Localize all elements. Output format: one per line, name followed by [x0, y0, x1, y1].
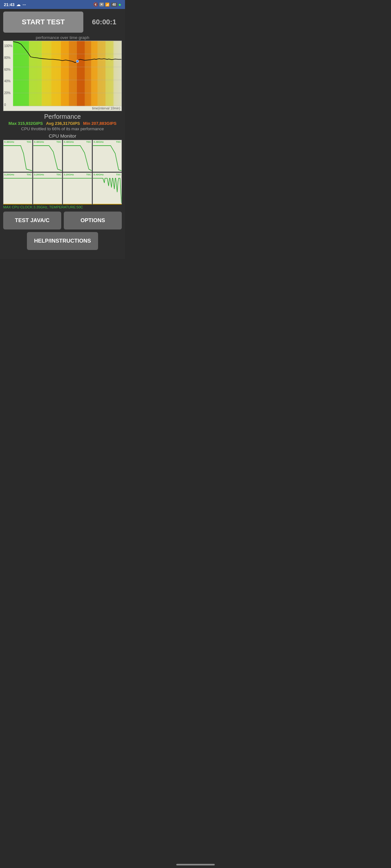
time-label: time(interval 10min)	[92, 106, 120, 110]
top-row: START TEST 60:00:1	[3, 11, 122, 33]
cpu-temp-8: T0C	[116, 173, 121, 176]
throttle-text: CPU throttled to 66% of its max performa…	[3, 126, 122, 131]
cpu-freq-3: 0.48GHz	[64, 141, 74, 144]
svg-rect-10	[91, 41, 98, 106]
svg-rect-12	[106, 41, 113, 106]
cpu-grid: 0.48GHz T0C 0.48GHz T0C 0.48GHz T0C 0.48…	[3, 140, 122, 205]
timer-display: 60:00:1	[86, 18, 122, 26]
cpu-cell-2: 0.48GHz T0C	[33, 140, 62, 172]
status-bar: 21:43 ☁ ··· 🔇 ✕ 📶 40 ●	[0, 0, 125, 9]
svg-rect-8	[77, 41, 85, 106]
cpu-temp-6: T0C	[56, 173, 61, 176]
cpu-cell-6: 3.20GHz T0C	[33, 173, 62, 205]
cpu-temp-7: T0C	[86, 173, 91, 176]
test-java-c-button[interactable]: TEST JAVA/C	[3, 212, 61, 229]
cpu-freq-4: 0.48GHz	[93, 141, 104, 144]
performance-stats: Max 315,932GIPS Avg 236,317GIPS Min 207,…	[3, 121, 122, 126]
status-right: 🔇 ✕ 📶 40 ●	[93, 2, 121, 7]
time-display: 21:43	[4, 2, 15, 7]
start-test-button[interactable]: START TEST	[3, 11, 83, 33]
graph-svg	[3, 41, 121, 111]
performance-section: Performance Max 315,932GIPS Avg 236,317G…	[3, 113, 122, 131]
svg-rect-13	[113, 41, 121, 106]
cpu-freq-5: 3.20GHz	[4, 173, 15, 176]
svg-rect-4	[42, 41, 51, 106]
help-instructions-button[interactable]: HELP/INSTRUCTIONS	[27, 232, 98, 250]
performance-graph: 100% 80% 60% 40% 20% 0	[3, 41, 122, 111]
close-notif-icon: ✕	[99, 3, 104, 6]
cpu-freq-6: 3.20GHz	[34, 173, 44, 176]
svg-rect-9	[85, 41, 91, 106]
cpu-temp-1: T0C	[27, 141, 31, 144]
options-button[interactable]: OPTIONS	[64, 212, 122, 229]
svg-rect-3	[29, 41, 42, 106]
max-stat: Max 315,932GIPS	[9, 121, 43, 126]
cpu-cell-5: 3.20GHz T0C	[3, 173, 32, 205]
more-icon: ···	[22, 2, 26, 7]
cpu-temp-3: T0C	[86, 141, 91, 144]
cpu-cell-4: 0.48GHz T0C	[93, 140, 122, 172]
cpu-freq-7: 3.20GHz	[64, 173, 74, 176]
cpu-cell-8: 0.40GHz T0C	[93, 173, 122, 205]
battery-dot-icon: ●	[119, 2, 121, 7]
wifi-icon: 📶	[105, 3, 110, 7]
cpu-monitor-title: CPU Monitor	[3, 133, 122, 138]
graph-title: performance over time graph	[3, 35, 122, 40]
svg-rect-11	[97, 41, 106, 106]
svg-rect-6	[61, 41, 69, 106]
cpu-cell-1: 0.48GHz T0C	[3, 140, 32, 172]
cpu-freq-8: 0.40GHz	[93, 173, 104, 176]
main-content: START TEST 60:00:1 performance over time…	[0, 9, 125, 259]
cpu-temp-2: T0C	[56, 141, 61, 144]
mute-icon: 🔇	[93, 2, 98, 7]
cpu-temp-5: T0C	[27, 173, 31, 176]
performance-title: Performance	[3, 113, 122, 120]
battery-display: 40	[111, 3, 117, 7]
svg-point-20	[76, 60, 79, 62]
cpu-temp-4: T0C	[116, 141, 121, 144]
cpu-cell-7: 3.20GHz T0C	[63, 173, 92, 205]
status-left: 21:43 ☁ ···	[4, 2, 26, 7]
cloud-icon: ☁	[16, 2, 21, 7]
svg-rect-7	[69, 41, 77, 106]
cpu-freq-2: 0.48GHz	[34, 141, 44, 144]
bottom-buttons: TEST JAVA/C OPTIONS	[3, 212, 122, 229]
cpu-freq-1: 0.48GHz	[4, 141, 15, 144]
svg-rect-5	[51, 41, 61, 106]
avg-stat: Avg 236,317GIPS	[46, 121, 80, 126]
cpu-max-info: MAX CPU CLOCK:3.35GHz, TEMPERATURE:50C	[3, 205, 122, 209]
min-stat: Min 207,883GIPS	[83, 121, 116, 126]
cpu-cell-3: 0.48GHz T0C	[63, 140, 92, 172]
